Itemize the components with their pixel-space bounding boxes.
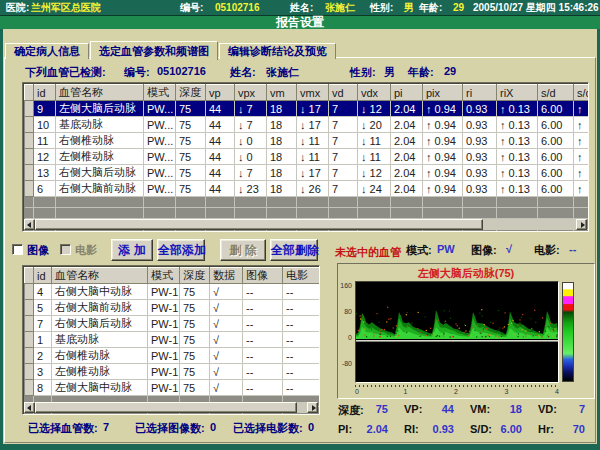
strip-id-value: 05102716	[157, 65, 206, 77]
row-selector[interactable]	[25, 364, 34, 380]
column-header[interactable]: id	[34, 85, 56, 101]
row-selector[interactable]	[25, 117, 34, 133]
table-row[interactable]: 8左侧大脑中动脉PW-175√----	[25, 380, 321, 396]
row-selector[interactable]	[25, 181, 34, 197]
column-header[interactable]: 数据	[210, 268, 243, 284]
tab-diagnosis-preview[interactable]: 编辑诊断结论及预览	[219, 43, 336, 59]
measure-value: 7	[579, 403, 585, 418]
cell: 18	[267, 133, 297, 149]
column-header[interactable]: s/dx	[574, 85, 590, 101]
table-row[interactable]: 2右侧椎动脉PW-175√----	[25, 348, 321, 364]
table-row[interactable]: 7右侧大脑后动脉PW-175√----	[25, 316, 321, 332]
cell: 右侧大脑后动脉	[52, 316, 148, 332]
selected-vessels-count: 7	[103, 421, 109, 433]
table-row[interactable]: 1基底动脉PW-175√----	[25, 332, 321, 348]
image-checkbox[interactable]	[12, 244, 23, 255]
tab-vessel-params[interactable]: 选定血管参数和频谱图	[90, 41, 218, 60]
column-header[interactable]: 深度	[176, 85, 206, 101]
cell: PW...	[144, 149, 176, 165]
row-selector[interactable]	[25, 149, 34, 165]
table-row[interactable]: 6右侧大脑前动脉PW...7544↓ 2318↓ 267↓ 242.04↑ 0.…	[25, 181, 590, 197]
table-row[interactable]: 11右侧椎动脉PW...7544↓ 018↓ 117↓ 112.04↑ 0.94…	[25, 133, 590, 149]
cell: 75	[176, 101, 206, 117]
cell: PW-1	[148, 380, 180, 396]
row-selector[interactable]	[25, 316, 34, 332]
h-scrollbar[interactable]	[24, 402, 318, 413]
table-row[interactable]: 3左侧椎动脉PW-175√----	[25, 364, 321, 380]
table-row[interactable]: 10基底动脉PW...7544↓ 718↓ 177↓ 202.04↑ 0.940…	[25, 117, 590, 133]
cell: 18	[267, 101, 297, 117]
scroll-right-button[interactable]	[307, 402, 318, 413]
measure-value: 70	[573, 423, 585, 435]
column-header[interactable]: pix	[423, 85, 463, 101]
scroll-right-button[interactable]	[576, 219, 587, 230]
column-header[interactable]: 血管名称	[56, 85, 144, 101]
cell: 44	[206, 149, 235, 165]
row-selector[interactable]	[25, 133, 34, 149]
table-row[interactable]: 4右侧大脑中动脉PW-175√----	[25, 284, 321, 300]
cell: 18	[267, 181, 297, 197]
table-row[interactable]: 5右侧大脑前动脉PW-175√----	[25, 300, 321, 316]
y-axis-labels: 160800-80	[339, 281, 353, 383]
row-selector[interactable]	[25, 332, 34, 348]
column-header[interactable]: vm	[267, 85, 297, 101]
scroll-left-button[interactable]	[24, 219, 35, 230]
cell: 75	[180, 316, 210, 332]
column-header[interactable]: 血管名称	[52, 268, 148, 284]
add-button[interactable]: 添 加	[111, 239, 153, 261]
table-row[interactable]: 13右侧大脑后动脉PW...7544↓ 718↓ 177↓ 122.04↑ 0.…	[25, 165, 590, 181]
scroll-thumb[interactable]	[35, 219, 483, 230]
cell: 3	[34, 364, 52, 380]
column-header[interactable]: ri	[463, 85, 497, 101]
cell: ↑ 0.13	[497, 149, 538, 165]
cell: 8	[34, 380, 52, 396]
h-scrollbar[interactable]	[24, 219, 587, 230]
column-header[interactable]: riX	[497, 85, 538, 101]
delete-button[interactable]: 删 除	[220, 239, 266, 261]
add-all-button[interactable]: 全部添加	[157, 239, 205, 261]
row-selector[interactable]	[25, 380, 34, 396]
table-row[interactable]: 9左侧大脑后动脉PW...7544↓ 718↓ 177↓ 122.04↑ 0.9…	[25, 101, 590, 117]
spectrum-plot	[355, 281, 559, 383]
cell: ↓ 11	[358, 133, 391, 149]
table-row[interactable]: 12左侧椎动脉PW...7544↓ 018↓ 117↓ 112.04↑ 0.94…	[25, 149, 590, 165]
measure-label: VD:	[538, 403, 557, 418]
row-selector[interactable]	[25, 101, 34, 117]
scroll-thumb[interactable]	[35, 402, 297, 413]
column-header[interactable]: 模式	[148, 268, 180, 284]
column-header[interactable]: vp	[206, 85, 235, 101]
column-header[interactable]: vd	[329, 85, 358, 101]
movie-checkbox[interactable]	[60, 244, 71, 255]
column-header[interactable]: id	[34, 268, 52, 284]
cell: ↓ 11	[297, 149, 329, 165]
delete-all-button[interactable]: 全部删除	[270, 239, 318, 261]
column-header[interactable]: s/d	[538, 85, 574, 101]
column-header[interactable]: vmx	[297, 85, 329, 101]
cell: 左侧大脑中动脉	[52, 380, 148, 396]
movie-checkbox-label: 电影	[75, 243, 97, 258]
scroll-left-button[interactable]	[24, 402, 35, 413]
column-header[interactable]: 深度	[180, 268, 210, 284]
measure-value: 18	[510, 403, 522, 418]
column-header[interactable]: 模式	[144, 85, 176, 101]
spectrum-title: 左侧大脑后动脉(75)	[338, 266, 594, 281]
row-selector[interactable]	[25, 165, 34, 181]
cell: 右侧大脑前动脉	[52, 300, 148, 316]
row-selector[interactable]	[25, 300, 34, 316]
row-selector[interactable]	[25, 348, 34, 364]
column-header[interactable]: vdx	[358, 85, 391, 101]
column-header[interactable]: pi	[391, 85, 423, 101]
cell: 左侧大脑后动脉	[56, 101, 144, 117]
column-header[interactable]: 图像	[243, 268, 283, 284]
cell: 0.93	[463, 101, 497, 117]
measure-label: VP:	[404, 403, 422, 418]
cell: ↑ 0.13	[497, 117, 538, 133]
column-header[interactable]: 电影	[283, 268, 321, 284]
tab-patient-info[interactable]: 确定病人信息	[5, 43, 89, 59]
column-header[interactable]: vpx	[235, 85, 267, 101]
cell: ↓ 12	[358, 101, 391, 117]
row-selector[interactable]	[25, 284, 34, 300]
hospital-value: 兰州军区总医院	[31, 0, 101, 15]
cell: 7	[329, 133, 358, 149]
cell: √	[210, 364, 243, 380]
